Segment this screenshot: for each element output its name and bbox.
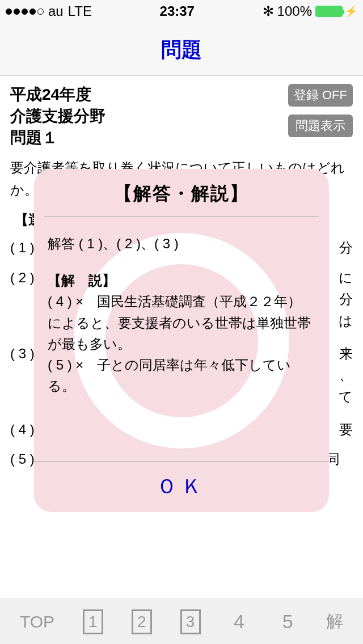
explain-header: 【解 説】: [48, 270, 315, 291]
answer-line: 解答 ( 1 )、( 2 )、( 3 ): [48, 233, 315, 254]
modal-overlay: 【解答・解説】 解答 ( 1 )、( 2 )、( 3 ) 【解 説】 ( 4 )…: [0, 0, 363, 644]
modal-footer: ＯＫ: [34, 461, 329, 512]
tab-1[interactable]: 1: [83, 609, 103, 634]
modal-body: 解答 ( 1 )、( 2 )、( 3 ) 【解 説】 ( 4 ) × 国民生活基…: [44, 217, 319, 396]
tab-3[interactable]: 3: [180, 609, 201, 634]
bottom-tab-bar: TOP 1 2 3 4 5 解: [0, 599, 363, 644]
explain-5: ( 5 ) × 子との同居率は年々低下している。: [48, 354, 315, 396]
tab-answer[interactable]: 解: [326, 610, 343, 633]
ok-button[interactable]: ＯＫ: [157, 473, 206, 501]
tab-top[interactable]: TOP: [20, 612, 54, 632]
modal-title: 【解答・解説】: [44, 181, 319, 217]
answer-modal: 【解答・解説】 解答 ( 1 )、( 2 )、( 3 ) 【解 説】 ( 4 )…: [34, 169, 329, 512]
tab-4[interactable]: 4: [229, 609, 249, 634]
explain-4: ( 4 ) × 国民生活基礎調査（平成２２年）によると、要支援者のいる世帯は単独…: [48, 291, 315, 354]
tab-2[interactable]: 2: [132, 609, 152, 634]
tab-5[interactable]: 5: [277, 609, 298, 634]
